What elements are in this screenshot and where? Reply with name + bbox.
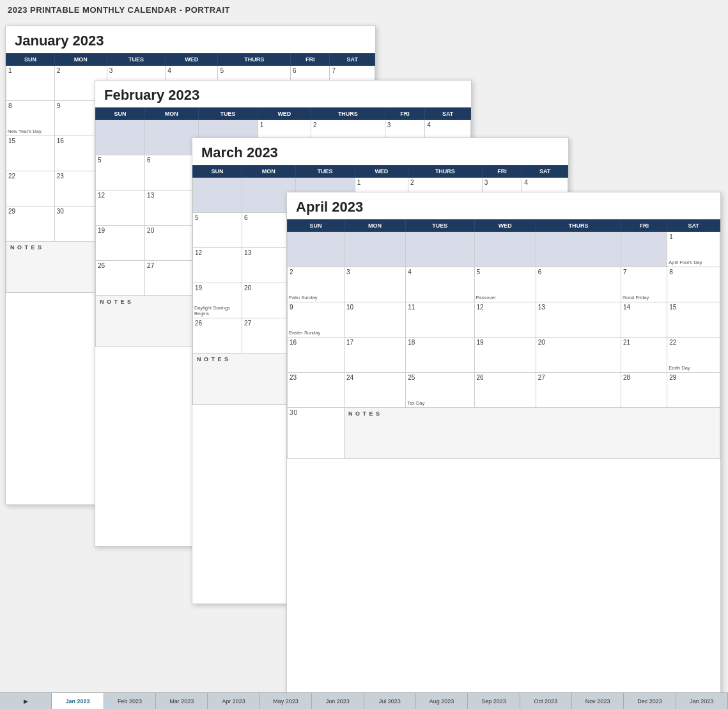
table-row: 13 (145, 191, 198, 226)
table-row (344, 232, 405, 267)
table-row: 17 (344, 338, 405, 373)
feb-hdr-fri: FRI (385, 108, 425, 120)
table-row: 21 (621, 338, 667, 373)
tab-nov-2023[interactable]: Nov 2023 (572, 693, 624, 709)
page-title: 2023 PRINTABLE MONTHLY CALENDAR - PORTRA… (0, 0, 728, 17)
table-row (474, 232, 536, 267)
tab-label: Jun 2023 (326, 698, 350, 705)
table-row: 5 (96, 155, 145, 191)
jan-hdr-mon: MON (54, 54, 107, 66)
table-row: 3 (344, 267, 405, 302)
mar-hdr-wed: WED (355, 166, 408, 178)
tab-jun-2023[interactable]: Jun 2023 (312, 693, 364, 709)
table-row: 13 (536, 302, 621, 338)
feb-hdr-wed: WED (258, 108, 311, 120)
table-row: 30 (288, 408, 345, 459)
table-row: 27 (145, 261, 198, 296)
calendar-april: April 2023 SUN MON TUES WED THURS FRI SA… (286, 192, 721, 697)
table-row: 28 (621, 373, 667, 408)
tab-aug-2023[interactable]: Aug 2023 (416, 693, 468, 709)
table-row: 1 (6, 66, 55, 101)
tab-may-2023[interactable]: May 2023 (260, 693, 312, 709)
tab-label: May 2023 (273, 698, 298, 705)
apr-hdr-mon: MON (344, 220, 405, 232)
table-row: 16 (288, 338, 345, 373)
table-row: 22Earth Day (667, 338, 720, 373)
table-row: 8 (667, 267, 720, 302)
tab-arrow-left[interactable]: ▶ (0, 693, 52, 709)
feb-hdr-mon: MON (145, 108, 198, 120)
table-row: 5 (193, 213, 242, 248)
table-row (621, 232, 667, 267)
tab-label: Mar 2023 (169, 698, 194, 705)
apr-hdr-tue: TUES (406, 220, 474, 232)
tab-jan-2023[interactable]: Jan 2023 (52, 693, 104, 709)
tab-jul-2023[interactable]: Jul 2023 (364, 693, 416, 709)
tab-sep-2023[interactable]: Sep 2023 (468, 693, 520, 709)
table-row: 15 (667, 302, 720, 338)
table-row (406, 232, 474, 267)
table-row: 24 (344, 373, 405, 408)
table-row: 18 (406, 338, 474, 373)
tab-jan-2024[interactable]: Jan 2023 (676, 693, 728, 709)
tab-label: Sep 2023 (481, 698, 506, 705)
table-row: 9Easter Sunday (288, 302, 345, 338)
tab-mar-2023[interactable]: Mar 2023 (156, 693, 208, 709)
feb-hdr-sat: SAT (425, 108, 471, 120)
tab-label: Oct 2023 (534, 698, 558, 705)
apr-hdr-sat: SAT (667, 220, 720, 232)
mar-hdr-sun: SUN (193, 166, 242, 178)
table-row: 6 (145, 155, 198, 191)
feb-hdr-tue: TUES (198, 108, 258, 120)
tab-label: Aug 2023 (430, 698, 454, 705)
apr-hdr-wed: WED (474, 220, 536, 232)
table-row (96, 120, 145, 155)
table-row: 25Tax Day (406, 373, 474, 408)
apr-notes: N O T E S (344, 408, 720, 459)
table-row (536, 232, 621, 267)
table-row: 19 (96, 226, 145, 261)
table-row: 27 (536, 373, 621, 408)
jan-hdr-tue: TUES (107, 54, 166, 66)
tab-dec-2023[interactable]: Dec 2023 (624, 693, 676, 709)
feb-title: February 2023 (95, 81, 471, 107)
table-row: 4 (406, 267, 474, 302)
jan-hdr-wed: WED (166, 54, 218, 66)
apr-table: SUN MON TUES WED THURS FRI SAT 1 (287, 219, 720, 459)
table-row: 12 (474, 302, 536, 338)
tab-bar: ▶ Jan 2023 Feb 2023 Mar 2023 Apr 2023 Ma… (0, 692, 728, 709)
table-row: 10 (344, 302, 405, 338)
tab-oct-2023[interactable]: Oct 2023 (520, 693, 572, 709)
table-row: 20 (536, 338, 621, 373)
table-row (193, 178, 242, 213)
tab-label: Jan 2023 (690, 698, 713, 705)
jan-hdr-fri: FRI (290, 54, 330, 66)
jan-hdr-sat: SAT (330, 54, 375, 66)
table-row: 15 (6, 136, 55, 171)
table-row: 8New Year's Day (6, 101, 55, 136)
table-row: 12 (193, 248, 242, 283)
table-row: 11 (406, 302, 474, 338)
table-row: 12 (96, 191, 145, 226)
table-row (145, 120, 198, 155)
table-row: 29 (667, 373, 720, 408)
table-row: 6 (536, 267, 621, 302)
apr-hdr-sun: SUN (288, 220, 345, 232)
tab-apr-2023[interactable]: Apr 2023 (208, 693, 259, 709)
feb-hdr-thu: THURS (311, 108, 385, 120)
tab-label: Jul 2023 (379, 698, 401, 705)
table-row: 26 (96, 261, 145, 296)
table-row: 29 (6, 206, 55, 242)
mar-title: March 2023 (192, 138, 568, 165)
tab-label: Feb 2023 (118, 698, 142, 705)
jan-title: January 2023 (6, 26, 375, 53)
mar-hdr-thu: THURS (408, 166, 483, 178)
tab-feb-2023[interactable]: Feb 2023 (104, 693, 156, 709)
apr-hdr-fri: FRI (621, 220, 667, 232)
mar-hdr-tue: TUES (295, 166, 355, 178)
table-row: 14 (621, 302, 667, 338)
table-row (288, 232, 345, 267)
table-row: 22 (6, 171, 55, 206)
jan-hdr-sun: SUN (6, 54, 55, 66)
tab-label: Apr 2023 (222, 698, 245, 705)
